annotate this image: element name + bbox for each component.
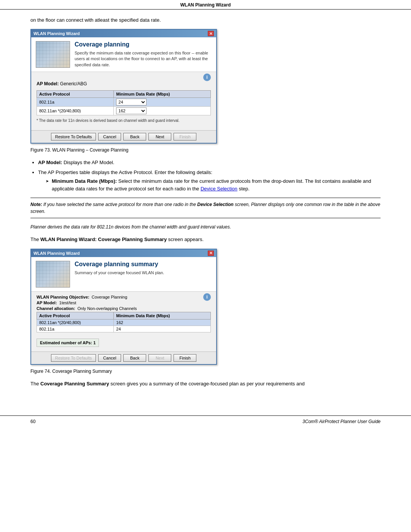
channel-value: Only Non-overlapping Channels <box>77 306 137 311</box>
closing-para: The Coverage Planning Summary screen giv… <box>30 380 381 388</box>
page-header: WLAN Planning Wizard <box>0 0 411 10</box>
finish-btn-2[interactable]: Finish <box>174 354 196 362</box>
sub-bullet-item-1: Minimum Data Rate (Mbps): Select the min… <box>46 177 381 192</box>
section-heading: The WLAN Planning Wizard: Coverage Plann… <box>30 236 381 243</box>
objective-row: WLAN Planning Objective: Coverage Planni… <box>37 295 203 299</box>
bullet-item-1: AP Model: Displays the AP Model. <box>38 159 381 166</box>
table-row: 802.11a 24 12 6 <box>37 98 211 107</box>
ap-model-value-1: Generic/ABG <box>60 81 87 86</box>
wizard-titlebar-1: WLAN Planning Wizard ✕ <box>31 30 216 37</box>
wizard-header-desc-1: Specify the minimum data rate coverage e… <box>75 50 212 68</box>
wizard-title-label-1: WLAN Planning Wizard <box>33 31 80 36</box>
ap-model-value-2: 1test/test <box>59 300 76 305</box>
table-row: 802.11an *(20/40,800) 162 130 65 <box>37 107 211 115</box>
cancel-btn-1[interactable]: Cancel <box>98 133 121 141</box>
page-footer: 60 3Com® AirProtect Planner User Guide <box>0 415 411 427</box>
bullet-item-2: The AP Properties table displays the Act… <box>38 169 381 193</box>
estimated-aps: Estimated number of APs: 1 <box>37 339 99 347</box>
wizard-info-btn-2[interactable]: i <box>203 293 211 301</box>
note-box: Note: If you have selected the same acti… <box>30 198 381 218</box>
device-selection-bold: Device Selection <box>197 202 233 207</box>
table2-row2-rate: 24 <box>114 326 211 332</box>
table1-row1-protocol: 802.11a <box>37 98 114 107</box>
table2-col1-header: Active Protocol <box>37 312 114 319</box>
main-content: on the floor can connect with atleast th… <box>0 10 411 408</box>
figure-74-caption: Figure 74. Coverage Planning Summary <box>30 369 381 374</box>
table1-row2-select[interactable]: 162 130 65 <box>116 107 147 114</box>
wizard-thumbnail-1 <box>36 41 70 68</box>
thumbnail-inner-1 <box>36 42 70 67</box>
restore-defaults-btn-1[interactable]: Restore To Defaults <box>51 133 96 141</box>
wizard-top-1: Coverage planning Specify the minimum da… <box>31 37 216 72</box>
bullet-item-2-text: The AP Properties table displays the Act… <box>38 169 212 175</box>
intro-text: on the floor can connect with atleast th… <box>30 17 381 23</box>
table-row: 802.11an *(20/40,800) 162 <box>37 319 211 326</box>
table2-col2-header: Minimum Data Rate (Mbps) <box>114 312 211 319</box>
wizard-table-1: Active Protocol Minimum Data Rate (Mbps)… <box>37 90 211 115</box>
ap-model-label-2: AP Model: <box>37 300 57 305</box>
sub1-end: step. <box>237 186 250 192</box>
wizard-header-text-2: Coverage planning summary Summary of you… <box>75 261 212 288</box>
next-btn-1[interactable]: Next <box>148 133 171 141</box>
figure-73-caption: Figure 73. WLAN Planning – Coverage Plan… <box>30 147 381 153</box>
footer-title: 3Com® AirProtect Planner User Guide <box>303 419 381 424</box>
wizard-dialog-2: WLAN Planning Wizard ✕ Coverage planning… <box>30 249 217 365</box>
finish-btn-1[interactable]: Finish <box>174 133 196 141</box>
min-rate-bold: Minimum Data Rate (Mbps): <box>52 178 117 184</box>
table2-row1-protocol: 802.11an *(20/40,800) <box>37 319 114 326</box>
next-btn-2[interactable]: Next <box>148 354 171 362</box>
wizard-info-btn-1[interactable]: i <box>203 73 211 81</box>
wizard-table-2: Active Protocol Minimum Data Rate (Mbps)… <box>37 312 211 332</box>
estimated-label: Estimated number of APs: <box>40 340 92 345</box>
channel-row: Channel allocation: Only Non-overlapping… <box>37 306 211 311</box>
wizard-header-title-1: Coverage planning <box>75 41 212 48</box>
header-title: WLAN Planning Wizard <box>180 2 231 8</box>
wizard-header-text-1: Coverage planning Specify the minimum da… <box>75 41 212 68</box>
table1-row2-rate: 162 130 65 <box>114 107 211 115</box>
wizard-ap-model-1: AP Model: Generic/ABG <box>37 81 211 86</box>
restore-defaults-btn-2[interactable]: Restore To Defaults <box>51 354 96 362</box>
section-heading-bold: WLAN Planning Wizard: Coverage Planning … <box>40 236 167 242</box>
wizard-footer-2: Restore To Defaults Cancel Back Next Fin… <box>31 351 216 364</box>
sub-bullet-list: Minimum Data Rate (Mbps): Select the min… <box>46 177 381 192</box>
wizard-header-title-2: Coverage planning summary <box>75 261 212 268</box>
estimated-value: 1 <box>93 340 96 345</box>
wizard-thumbnail-2 <box>36 261 70 288</box>
table1-row2-protocol: 802.11an *(20/40,800) <box>37 107 114 115</box>
wizard-header-desc-2: Summary of your coverage focused WLAN pl… <box>75 270 212 276</box>
table1-row1-select[interactable]: 24 12 6 <box>116 99 147 105</box>
ap-model-bold: AP Model: <box>38 160 62 165</box>
wizard-titlebar-2: WLAN Planning Wizard ✕ <box>31 249 216 257</box>
table-row: 802.11a 24 <box>37 326 211 332</box>
wizard-close-btn-2[interactable]: ✕ <box>208 251 214 256</box>
back-btn-2[interactable]: Back <box>123 354 146 362</box>
table1-col1-header: Active Protocol <box>37 91 114 98</box>
table2-row2-protocol: 802.11a <box>37 326 114 332</box>
table1-col2-header: Minimum Data Rate (Mbps) <box>114 91 211 98</box>
note-bold: Note: <box>30 202 42 207</box>
wizard-title-label-2: WLAN Planning Wizard <box>33 251 80 256</box>
thumbnail-inner-2 <box>36 261 70 287</box>
wizard-footnote-1: * The data rate for 11n devices is deriv… <box>37 118 211 123</box>
wizard-body-2: i WLAN Planning Objective: Coverage Plan… <box>31 291 216 351</box>
ap-model-label-1: AP Model: <box>37 81 59 86</box>
channel-label: Channel allocation: <box>37 306 75 311</box>
cancel-btn-2[interactable]: Cancel <box>98 354 121 362</box>
device-selection-link[interactable]: Device Selection <box>201 186 237 192</box>
objective-value: Coverage Planning <box>92 295 127 299</box>
objective-label: WLAN Planning Objective: <box>37 295 89 299</box>
page-number: 60 <box>30 419 35 424</box>
wizard-body-1: i AP Model: Generic/ABG Active Protocol … <box>31 72 216 130</box>
table1-row1-rate: 24 12 6 <box>114 98 211 107</box>
italic-para: Planner derives the data rate for 802.11… <box>30 224 381 230</box>
note-text: Note: If you have selected the same acti… <box>30 202 380 214</box>
wizard-dialog-1: WLAN Planning Wizard ✕ Coverage planning… <box>30 29 217 144</box>
closing-bold: Coverage Planning Summary <box>40 381 109 387</box>
ap-model-row: AP Model: 1test/test <box>37 300 203 305</box>
bullet-list: AP Model: Displays the AP Model. The AP … <box>38 159 381 192</box>
wizard-footer-1: Restore To Defaults Cancel Back Next Fin… <box>31 130 216 143</box>
wizard-close-btn-1[interactable]: ✕ <box>208 31 214 36</box>
wizard-top-2: Coverage planning summary Summary of you… <box>31 257 216 291</box>
table2-row1-rate: 162 <box>114 319 211 326</box>
back-btn-1[interactable]: Back <box>123 133 146 141</box>
